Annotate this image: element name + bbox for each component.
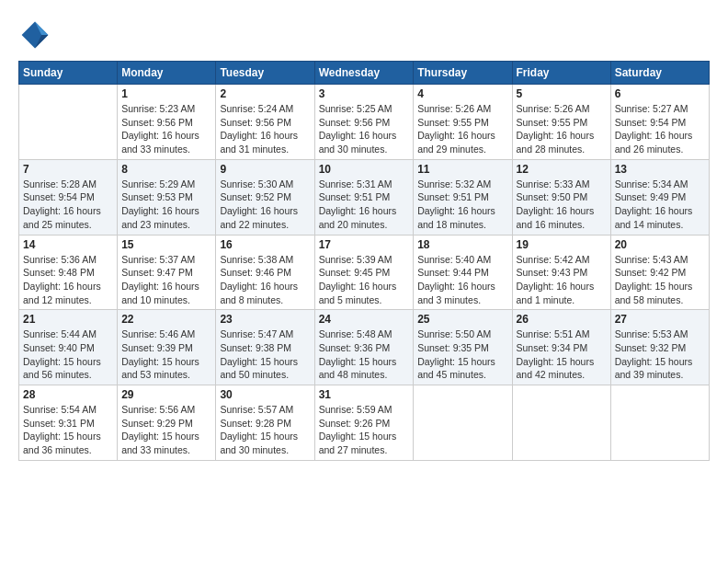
day-number: 3 — [319, 87, 410, 100]
day-number: 22 — [121, 313, 211, 326]
weekday-header: Friday — [512, 62, 610, 85]
calendar-cell: 3Sunrise: 5:25 AM Sunset: 9:56 PM Daylig… — [314, 85, 414, 160]
calendar-cell: 27Sunrise: 5:53 AM Sunset: 9:32 PM Dayli… — [610, 310, 709, 385]
day-info: Sunrise: 5:32 AM Sunset: 9:51 PM Dayligh… — [417, 178, 507, 232]
calendar-cell: 15Sunrise: 5:37 AM Sunset: 9:47 PM Dayli… — [118, 235, 216, 310]
day-number: 2 — [220, 87, 310, 100]
day-number: 17 — [319, 238, 410, 251]
day-number: 4 — [417, 87, 507, 100]
calendar-cell: 21Sunrise: 5:44 AM Sunset: 9:40 PM Dayli… — [19, 310, 118, 385]
calendar-cell: 1Sunrise: 5:23 AM Sunset: 9:56 PM Daylig… — [118, 85, 216, 160]
calendar-cell — [610, 385, 709, 461]
calendar-cell — [414, 385, 512, 461]
day-info: Sunrise: 5:48 AM Sunset: 9:36 PM Dayligh… — [319, 327, 410, 382]
day-number: 12 — [517, 163, 607, 176]
day-number: 26 — [517, 313, 607, 326]
day-info: Sunrise: 5:33 AM Sunset: 9:50 PM Dayligh… — [517, 178, 607, 232]
day-number: 31 — [319, 388, 410, 401]
day-number: 1 — [121, 87, 211, 100]
day-info: Sunrise: 5:38 AM Sunset: 9:46 PM Dayligh… — [220, 253, 310, 307]
day-info: Sunrise: 5:40 AM Sunset: 9:44 PM Dayligh… — [417, 253, 507, 307]
day-number: 10 — [319, 163, 410, 176]
calendar-cell: 13Sunrise: 5:34 AM Sunset: 9:49 PM Dayli… — [610, 159, 709, 235]
weekday-header: Sunday — [19, 62, 118, 85]
calendar-cell: 20Sunrise: 5:43 AM Sunset: 9:42 PM Dayli… — [610, 235, 709, 310]
day-info: Sunrise: 5:51 AM Sunset: 9:34 PM Dayligh… — [517, 327, 607, 382]
weekday-header: Monday — [118, 62, 216, 85]
calendar-cell: 10Sunrise: 5:31 AM Sunset: 9:51 PM Dayli… — [314, 159, 414, 235]
calendar-cell: 23Sunrise: 5:47 AM Sunset: 9:38 PM Dayli… — [216, 310, 314, 385]
calendar-cell — [512, 385, 610, 461]
day-info: Sunrise: 5:56 AM Sunset: 9:29 PM Dayligh… — [121, 403, 211, 457]
calendar-cell: 29Sunrise: 5:56 AM Sunset: 9:29 PM Dayli… — [118, 385, 216, 461]
page-header — [18, 18, 710, 52]
day-info: Sunrise: 5:25 AM Sunset: 9:56 PM Dayligh… — [319, 102, 410, 156]
day-number: 8 — [121, 163, 211, 176]
calendar-cell: 9Sunrise: 5:30 AM Sunset: 9:52 PM Daylig… — [216, 159, 314, 235]
calendar-cell: 5Sunrise: 5:26 AM Sunset: 9:55 PM Daylig… — [512, 85, 610, 160]
calendar-cell: 30Sunrise: 5:57 AM Sunset: 9:28 PM Dayli… — [216, 385, 314, 461]
day-number: 13 — [615, 163, 705, 176]
day-number: 9 — [220, 163, 310, 176]
day-number: 14 — [23, 238, 113, 251]
calendar-cell: 28Sunrise: 5:54 AM Sunset: 9:31 PM Dayli… — [19, 385, 118, 461]
day-info: Sunrise: 5:50 AM Sunset: 9:35 PM Dayligh… — [417, 327, 507, 382]
day-info: Sunrise: 5:28 AM Sunset: 9:54 PM Dayligh… — [23, 178, 113, 232]
calendar-table: SundayMondayTuesdayWednesdayThursdayFrid… — [18, 61, 710, 461]
day-info: Sunrise: 5:29 AM Sunset: 9:53 PM Dayligh… — [121, 178, 211, 232]
day-number: 21 — [23, 313, 113, 326]
day-info: Sunrise: 5:26 AM Sunset: 9:55 PM Dayligh… — [517, 102, 607, 156]
day-info: Sunrise: 5:57 AM Sunset: 9:28 PM Dayligh… — [220, 403, 310, 457]
calendar-cell: 4Sunrise: 5:26 AM Sunset: 9:55 PM Daylig… — [414, 85, 512, 160]
calendar-week-row: 28Sunrise: 5:54 AM Sunset: 9:31 PM Dayli… — [19, 385, 710, 461]
calendar-cell: 26Sunrise: 5:51 AM Sunset: 9:34 PM Dayli… — [512, 310, 610, 385]
day-info: Sunrise: 5:39 AM Sunset: 9:45 PM Dayligh… — [319, 253, 410, 307]
calendar-week-row: 1Sunrise: 5:23 AM Sunset: 9:56 PM Daylig… — [19, 85, 710, 160]
weekday-header: Wednesday — [314, 62, 414, 85]
calendar-week-row: 7Sunrise: 5:28 AM Sunset: 9:54 PM Daylig… — [19, 159, 710, 235]
day-info: Sunrise: 5:34 AM Sunset: 9:49 PM Dayligh… — [615, 178, 705, 232]
day-number: 30 — [220, 388, 310, 401]
logo-icon — [18, 18, 51, 52]
calendar-cell: 2Sunrise: 5:24 AM Sunset: 9:56 PM Daylig… — [216, 85, 314, 160]
calendar-cell: 31Sunrise: 5:59 AM Sunset: 9:26 PM Dayli… — [314, 385, 414, 461]
day-info: Sunrise: 5:24 AM Sunset: 9:56 PM Dayligh… — [220, 102, 310, 156]
day-info: Sunrise: 5:59 AM Sunset: 9:26 PM Dayligh… — [319, 403, 410, 457]
day-number: 11 — [417, 163, 507, 176]
day-info: Sunrise: 5:26 AM Sunset: 9:55 PM Dayligh… — [417, 102, 507, 156]
calendar-cell — [19, 85, 118, 160]
day-info: Sunrise: 5:30 AM Sunset: 9:52 PM Dayligh… — [220, 178, 310, 232]
day-info: Sunrise: 5:31 AM Sunset: 9:51 PM Dayligh… — [319, 178, 410, 232]
calendar-header-row: SundayMondayTuesdayWednesdayThursdayFrid… — [19, 62, 710, 85]
calendar-cell: 14Sunrise: 5:36 AM Sunset: 9:48 PM Dayli… — [19, 235, 118, 310]
day-info: Sunrise: 5:53 AM Sunset: 9:32 PM Dayligh… — [615, 327, 705, 382]
day-number: 6 — [615, 87, 705, 100]
day-info: Sunrise: 5:44 AM Sunset: 9:40 PM Dayligh… — [23, 327, 113, 382]
day-info: Sunrise: 5:46 AM Sunset: 9:39 PM Dayligh… — [121, 327, 211, 382]
day-number: 7 — [23, 163, 113, 176]
logo — [18, 18, 55, 52]
day-info: Sunrise: 5:37 AM Sunset: 9:47 PM Dayligh… — [121, 253, 211, 307]
day-number: 23 — [220, 313, 310, 326]
day-info: Sunrise: 5:36 AM Sunset: 9:48 PM Dayligh… — [23, 253, 113, 307]
calendar-week-row: 14Sunrise: 5:36 AM Sunset: 9:48 PM Dayli… — [19, 235, 710, 310]
calendar-cell: 19Sunrise: 5:42 AM Sunset: 9:43 PM Dayli… — [512, 235, 610, 310]
weekday-header: Saturday — [610, 62, 709, 85]
calendar-cell: 12Sunrise: 5:33 AM Sunset: 9:50 PM Dayli… — [512, 159, 610, 235]
day-number: 29 — [121, 388, 211, 401]
day-number: 28 — [23, 388, 113, 401]
day-info: Sunrise: 5:42 AM Sunset: 9:43 PM Dayligh… — [517, 253, 607, 307]
day-info: Sunrise: 5:43 AM Sunset: 9:42 PM Dayligh… — [615, 253, 705, 307]
day-number: 5 — [517, 87, 607, 100]
calendar-cell: 18Sunrise: 5:40 AM Sunset: 9:44 PM Dayli… — [414, 235, 512, 310]
day-number: 16 — [220, 238, 310, 251]
calendar-cell: 22Sunrise: 5:46 AM Sunset: 9:39 PM Dayli… — [118, 310, 216, 385]
day-number: 27 — [615, 313, 705, 326]
calendar-cell: 16Sunrise: 5:38 AM Sunset: 9:46 PM Dayli… — [216, 235, 314, 310]
weekday-header: Thursday — [414, 62, 512, 85]
weekday-header: Tuesday — [216, 62, 314, 85]
day-number: 25 — [417, 313, 507, 326]
day-number: 18 — [417, 238, 507, 251]
calendar-week-row: 21Sunrise: 5:44 AM Sunset: 9:40 PM Dayli… — [19, 310, 710, 385]
calendar-cell: 7Sunrise: 5:28 AM Sunset: 9:54 PM Daylig… — [19, 159, 118, 235]
